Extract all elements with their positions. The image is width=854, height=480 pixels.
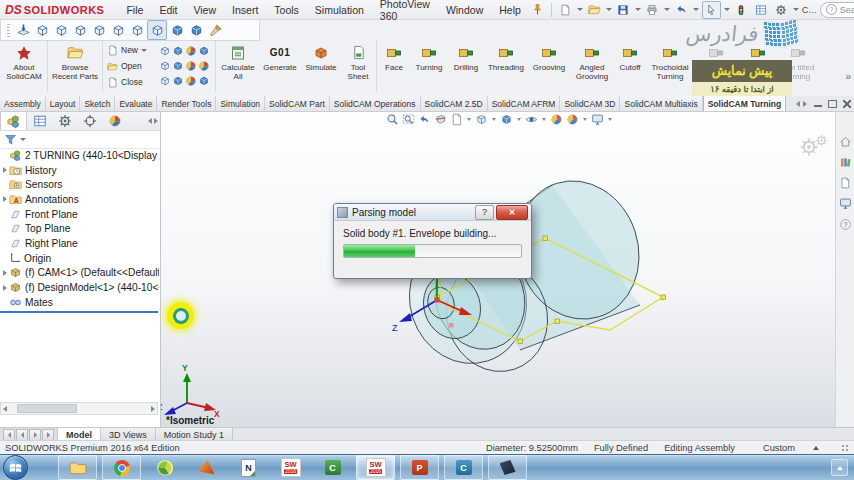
taskbar-solidcam[interactable] (146, 456, 183, 479)
setup-icon-1[interactable] (159, 45, 171, 57)
view-bottom-button[interactable] (128, 21, 146, 39)
taskbar-chrome[interactable] (102, 455, 141, 480)
new-dropdown-caret[interactable] (577, 8, 583, 11)
setup-icon-6[interactable] (172, 60, 184, 72)
doc-minimize-icon[interactable] (814, 105, 822, 107)
tab-simulation[interactable]: Simulation (216, 96, 265, 111)
tab-assembly[interactable]: Assembly (0, 96, 46, 111)
tab-solidcam-operations[interactable]: SolidCAM Operations (330, 96, 421, 111)
taskbar-camtasia-blue[interactable]: C (444, 455, 483, 480)
display-settings-button[interactable] (753, 2, 770, 18)
tree-root-assembly[interactable]: 2 TURNING (440-10<Display State-1>) (0, 148, 159, 163)
tab-solidcam-multiaxis[interactable]: SolidCAM Multiaxis (620, 96, 702, 111)
filter-caret[interactable] (20, 138, 26, 141)
open-button[interactable] (586, 2, 603, 18)
doc-close-icon[interactable] (843, 100, 851, 108)
taskbar-solidworks[interactable]: SW2016 (272, 456, 309, 479)
appearances-icon[interactable] (839, 197, 852, 210)
configuration-manager-tab[interactable] (52, 112, 77, 130)
configuration-selector[interactable]: Custom (755, 443, 827, 453)
close-cam-button[interactable]: Close (104, 74, 156, 90)
tree-item-cam-part[interactable]: (f) CAM<1> (Default<<Default>_Di (0, 266, 159, 281)
view-dimetric-button[interactable] (187, 21, 205, 39)
print-button[interactable] (644, 2, 661, 18)
menu-edit[interactable]: Edit (151, 0, 185, 19)
view-isometric-button[interactable] (147, 20, 167, 40)
setup-icon-8[interactable] (198, 60, 210, 72)
tab-solidcam-3d[interactable]: SolidCAM 3D (560, 96, 620, 111)
trochoidal-turning-button[interactable]: Trochoidal Turning (646, 39, 694, 95)
collapsed-menu-item[interactable]: C... (802, 4, 817, 15)
search-input[interactable]: Search SO (840, 5, 854, 15)
tree-item-sensors[interactable]: Sensors (0, 177, 159, 192)
tab-next-icon[interactable] (29, 429, 41, 441)
turning-button[interactable]: Turning (410, 39, 448, 95)
notification-area-expander[interactable] (831, 459, 848, 476)
setup-icon-3[interactable] (185, 45, 197, 57)
tab-scroll-right-icon[interactable] (803, 101, 807, 107)
view-right-button[interactable] (90, 21, 108, 39)
setup-icon-10[interactable] (172, 75, 184, 87)
undo-button[interactable] (673, 2, 690, 18)
threading-button[interactable]: Threading (484, 39, 528, 95)
tab-render-tools[interactable]: Render Tools (157, 96, 216, 111)
taskbar-solidworks-active[interactable]: SW2016 (356, 455, 395, 480)
dialog-title-bar[interactable]: Parsing model ? ✕ (334, 204, 531, 221)
tree-item-annotations[interactable]: Annotations (0, 192, 159, 207)
menu-window[interactable]: Window (438, 0, 491, 19)
setup-icon-12[interactable] (198, 75, 210, 87)
simulate-button[interactable]: Simulate (301, 39, 341, 95)
setup-icon-9[interactable] (159, 75, 171, 87)
open-dropdown-caret[interactable] (606, 8, 612, 11)
calculate-all-button[interactable]: Calculate All (217, 39, 259, 95)
expand-arrow-icon[interactable] (3, 285, 7, 291)
setup-icon-2[interactable] (172, 45, 184, 57)
panel-tabs-right-icon[interactable] (154, 118, 158, 124)
taskbar-camtasia-green[interactable]: C (314, 456, 351, 479)
dialog-close-button[interactable]: ✕ (496, 205, 528, 220)
property-manager-tab[interactable] (27, 112, 52, 130)
scroll-left-icon[interactable] (3, 406, 7, 412)
tab-solidcam-turning[interactable]: SolidCAM Turning (703, 96, 787, 111)
help-panel-icon[interactable] (839, 218, 852, 231)
tree-item-right-plane[interactable]: Right Plane (0, 236, 159, 251)
tree-item-origin[interactable]: Origin (0, 251, 159, 266)
tab-scroll-left-icon[interactable] (796, 101, 800, 107)
rollback-bar[interactable] (0, 311, 158, 313)
tree-item-designmodel-part[interactable]: (f) DesignModel<1> (440-10<<440- (0, 280, 159, 295)
view-trimetric-button[interactable] (168, 21, 186, 39)
tree-item-mates[interactable]: Mates (0, 295, 159, 310)
menu-tools[interactable]: Tools (266, 0, 307, 19)
menu-view[interactable]: View (185, 0, 224, 19)
design-library-icon[interactable] (839, 156, 852, 169)
drilling-button[interactable]: Drilling (448, 39, 484, 95)
setup-icon-4[interactable] (198, 45, 210, 57)
menu-file[interactable]: File (118, 0, 151, 19)
new-cam-caret[interactable] (141, 49, 147, 52)
menu-insert[interactable]: Insert (224, 0, 266, 19)
tab-prev-icon[interactable] (16, 429, 28, 441)
tab-last-icon[interactable] (42, 429, 54, 441)
taskbar-file-explorer[interactable] (58, 455, 97, 480)
menu-photoview360[interactable]: PhotoView 360 (372, 0, 438, 19)
save-dropdown-caret[interactable] (635, 8, 641, 11)
save-button[interactable] (615, 2, 632, 18)
tab-layout[interactable]: Layout (46, 96, 81, 111)
undo-dropdown-caret[interactable] (693, 8, 699, 11)
view-top-button[interactable] (109, 21, 127, 39)
grooving-button[interactable]: Grooving (528, 39, 570, 95)
menu-help[interactable]: Help (491, 0, 529, 19)
taskbar-notebook-app[interactable]: N (230, 456, 267, 479)
expand-arrow-icon[interactable] (3, 196, 7, 202)
expand-arrow-icon[interactable] (3, 270, 7, 276)
panel-tabs-left-icon[interactable] (148, 118, 152, 124)
menu-simulation[interactable]: Simulation (307, 0, 372, 19)
options-dropdown-caret[interactable] (793, 8, 799, 11)
rebuild-button[interactable] (733, 2, 750, 18)
start-button[interactable] (3, 455, 28, 480)
display-manager-tab[interactable] (102, 112, 127, 130)
cutoff-button[interactable]: Cutoff (614, 39, 646, 95)
filter-icon[interactable] (4, 133, 17, 146)
new-document-button[interactable] (557, 2, 574, 18)
generate-button[interactable]: G01 Generate (259, 39, 301, 95)
